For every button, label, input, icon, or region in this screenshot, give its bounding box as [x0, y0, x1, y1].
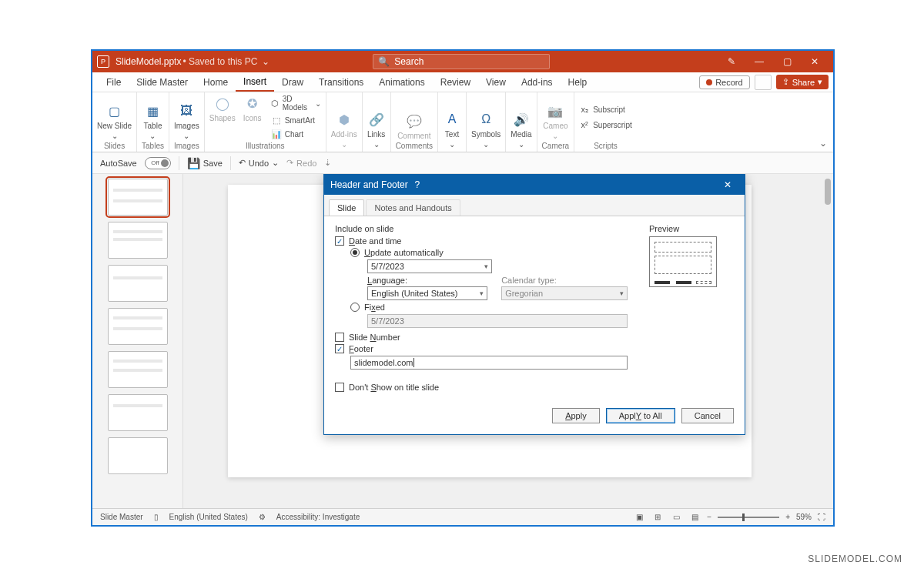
text-button[interactable]: AText⌄ — [443, 110, 461, 149]
smartart-button[interactable]: ⬚SmartArt — [271, 114, 321, 126]
powerpoint-icon: P — [97, 55, 109, 68]
chart-button[interactable]: 📊Chart — [271, 128, 321, 140]
apply-button[interactable]: Apply — [552, 408, 600, 423]
table-button[interactable]: ▦Table⌄ — [143, 102, 162, 140]
menu-file[interactable]: File — [99, 72, 129, 92]
ribbon-group-comments: 💬Comment Comments — [391, 92, 438, 152]
thumbnail-7[interactable] — [108, 437, 168, 474]
close-button[interactable]: ✕ — [801, 56, 829, 67]
zoom-out-button[interactable]: − — [707, 513, 711, 521]
datetime-checkbox[interactable]: ✓ — [335, 236, 344, 246]
scrollbar-thumb[interactable] — [825, 179, 831, 205]
share-button[interactable]: ⇪Share▾ — [776, 75, 829, 89]
fit-window-button[interactable]: ⛶ — [818, 513, 825, 521]
language-select[interactable]: English (United States)▾ — [367, 286, 487, 300]
shapes-button[interactable]: ◯Shapes — [209, 94, 236, 122]
dialog-help-button[interactable]: ? — [408, 179, 427, 190]
thumbnail-6[interactable] — [108, 394, 168, 431]
menu-bar: File Slide Master Home Insert Draw Trans… — [92, 72, 833, 92]
slideshow-view-button[interactable]: ▤ — [688, 512, 701, 523]
symbols-button[interactable]: ΩSymbols⌄ — [471, 110, 500, 149]
chevron-down-icon: ⌄ — [373, 140, 380, 149]
zoom-slider[interactable] — [718, 517, 779, 518]
menu-add-ins[interactable]: Add-ins — [514, 72, 561, 92]
dialog-title: Header and Footer — [330, 179, 408, 190]
record-button[interactable]: Record — [699, 75, 749, 89]
comment-icon: 💬 — [405, 112, 424, 130]
footer-input[interactable]: slidemodel.com — [350, 356, 628, 370]
addins-button[interactable]: ⬢Add-ins⌄ — [331, 110, 357, 149]
menu-insert[interactable]: Insert — [236, 72, 274, 92]
status-accessibility[interactable]: Accessibility: Investigate — [276, 513, 360, 521]
apply-all-button[interactable]: ApplY to All — [606, 408, 675, 423]
menu-help[interactable]: Help — [561, 72, 595, 92]
ribbon-expand-icon[interactable]: ⌄ — [813, 135, 833, 152]
slider-knob[interactable] — [742, 513, 745, 521]
slidenum-checkbox[interactable] — [335, 333, 344, 342]
status-language[interactable]: English (United States) — [169, 513, 248, 521]
record-dot-icon — [706, 79, 712, 85]
media-button[interactable]: 🔊Media⌄ — [511, 110, 531, 149]
cancel-button[interactable]: Cancel — [681, 408, 734, 423]
autosave-toggle[interactable]: Off — [145, 157, 171, 169]
thumbnail-2[interactable] — [108, 222, 168, 259]
vertical-scrollbar[interactable] — [824, 176, 832, 507]
chevron-down-icon: ⌄ — [272, 158, 279, 168]
menu-view[interactable]: View — [478, 72, 514, 92]
save-button[interactable]: 💾Save — [187, 157, 223, 169]
sorter-view-button[interactable]: ⊞ — [651, 512, 664, 523]
normal-view-button[interactable]: ▣ — [633, 512, 645, 523]
search-input[interactable]: 🔍 Search — [373, 54, 550, 69]
qat-more-icon[interactable]: ⇣ — [324, 158, 331, 168]
thumbnail-4[interactable] — [108, 308, 168, 345]
menu-animations[interactable]: Animations — [371, 72, 432, 92]
chevron-down-icon: ▾ — [620, 289, 624, 297]
update-auto-radio[interactable] — [350, 248, 360, 257]
thumbnail-3[interactable] — [108, 265, 168, 302]
zoom-in-button[interactable]: + — [785, 513, 790, 521]
dontshow-checkbox[interactable] — [335, 383, 344, 392]
dontshow-row: Don't Show on title slide — [335, 383, 734, 392]
maximize-button[interactable]: ▢ — [773, 56, 801, 67]
undo-button[interactable]: ↶Undo ⌄ — [239, 158, 279, 168]
pen-icon[interactable]: ✎ — [718, 56, 745, 67]
images-icon: 🖼 — [177, 102, 196, 120]
titlebar: P SlideModel.pptx • Saved to this PC ⌄ 🔍… — [92, 51, 833, 72]
table-icon: ▦ — [143, 102, 162, 120]
tab-slide[interactable]: Slide — [329, 199, 364, 216]
minimize-button[interactable]: ― — [745, 56, 773, 67]
calendar-type-label: Calendar type: — [501, 276, 628, 285]
subscript-button[interactable]: x₂Subscript — [579, 103, 625, 115]
cameo-button[interactable]: 📷Cameo⌄ — [543, 102, 567, 140]
menu-transitions[interactable]: Transitions — [311, 72, 371, 92]
superscript-button[interactable]: x²Superscript — [579, 119, 632, 131]
dialog-close-button[interactable]: ✕ — [717, 179, 738, 190]
present-button[interactable] — [755, 75, 772, 90]
images-button[interactable]: 🖼Images⌄ — [174, 102, 199, 140]
dialog-buttons: Apply ApplY to All Cancel — [324, 400, 745, 434]
thumbnail-1[interactable] — [108, 179, 168, 216]
comment-button[interactable]: 💬Comment — [397, 112, 430, 140]
notes-icon[interactable]: ▯ — [154, 513, 159, 521]
icons-button[interactable]: ✪Icons — [243, 94, 262, 122]
reading-view-button[interactable]: ▭ — [670, 512, 682, 523]
footer-checkbox[interactable]: ✓ — [335, 344, 344, 353]
links-button[interactable]: 🔗Links⌄ — [367, 110, 386, 149]
fixed-radio[interactable] — [350, 303, 360, 312]
zoom-level[interactable]: 59% — [796, 513, 812, 521]
menu-home[interactable]: Home — [196, 72, 236, 92]
title-chevron-icon[interactable]: ⌄ — [262, 56, 270, 67]
cube-icon: ⬡ — [271, 98, 280, 109]
menu-draw[interactable]: Draw — [274, 72, 311, 92]
menu-slide-master[interactable]: Slide Master — [129, 72, 196, 92]
ribbon-group-images: 🖼Images⌄ Images — [169, 92, 205, 152]
models-button[interactable]: ⬡3D Models ⌄ — [271, 94, 321, 112]
tab-notes-handouts[interactable]: Notes and Handouts — [366, 199, 460, 216]
dialog-titlebar: Header and Footer ? ✕ — [324, 175, 745, 195]
menu-review[interactable]: Review — [433, 72, 478, 92]
fixed-row: Fixed — [350, 303, 628, 312]
date-format-select[interactable]: 5/7/2023▾ — [367, 259, 492, 273]
thumbnail-5[interactable] — [108, 351, 168, 388]
redo-button[interactable]: ↷Redo — [286, 158, 316, 168]
new-slide-button[interactable]: ▢New Slide⌄ — [97, 102, 132, 140]
